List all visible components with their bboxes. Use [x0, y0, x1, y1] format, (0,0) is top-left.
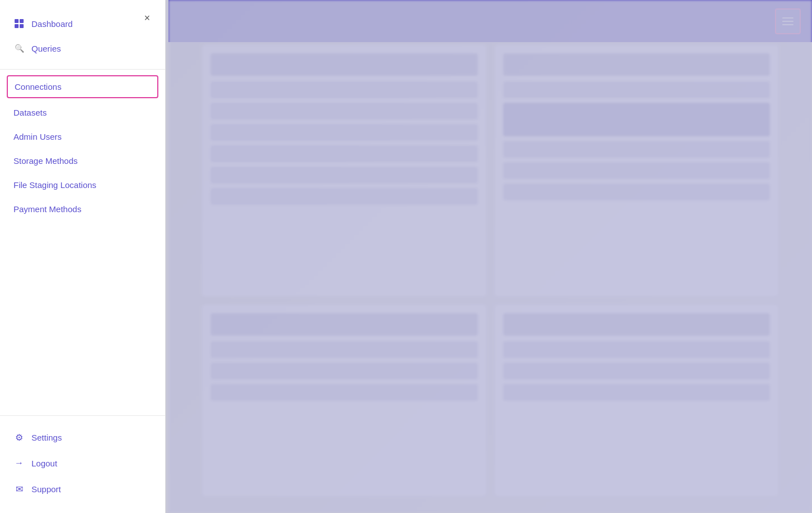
sidebar-item-label: Admin Users [13, 132, 62, 141]
sidebar-item-connections[interactable]: Connections [7, 75, 158, 98]
sidebar-item-storage-methods[interactable]: Storage Methods [0, 149, 165, 173]
sidebar-item-label: Queries [31, 44, 61, 53]
close-button[interactable]: × [139, 10, 155, 26]
sidebar-item-datasets[interactable]: Datasets [0, 100, 165, 125]
sidebar-item-label: Payment Methods [13, 204, 81, 214]
sidebar-item-label: Storage Methods [13, 156, 77, 166]
grid-icon [13, 18, 25, 29]
main-content [168, 0, 812, 513]
gear-icon [13, 432, 25, 443]
sidebar-item-queries[interactable]: Queries [0, 36, 165, 61]
sidebar-item-settings[interactable]: Settings [0, 424, 165, 450]
sidebar-item-label: Dashboard [31, 19, 72, 29]
sidebar-item-label: Connections [15, 82, 61, 91]
sidebar-item-label: Datasets [13, 108, 47, 117]
sidebar-item-logout[interactable]: Logout [0, 450, 165, 476]
logout-icon [13, 457, 25, 469]
sidebar-item-label: Support [31, 484, 61, 494]
sidebar-item-admin-users[interactable]: Admin Users [0, 125, 165, 149]
sidebar-item-support[interactable]: Support [0, 476, 165, 502]
sidebar-item-payment-methods[interactable]: Payment Methods [0, 197, 165, 221]
sidebar-item-label: Logout [31, 459, 57, 468]
sidebar: × Dashboard Queries Connection [0, 0, 166, 513]
sidebar-item-label: Settings [31, 433, 62, 442]
sidebar-item-file-staging-locations[interactable]: File Staging Locations [0, 173, 165, 197]
sidebar-bottom: Settings Logout Support [0, 415, 165, 513]
mail-icon [13, 483, 25, 494]
sidebar-navigation: Dashboard Queries Connections Datasets A… [0, 0, 165, 415]
search-icon [13, 43, 25, 54]
sidebar-item-label: File Staging Locations [13, 180, 97, 190]
